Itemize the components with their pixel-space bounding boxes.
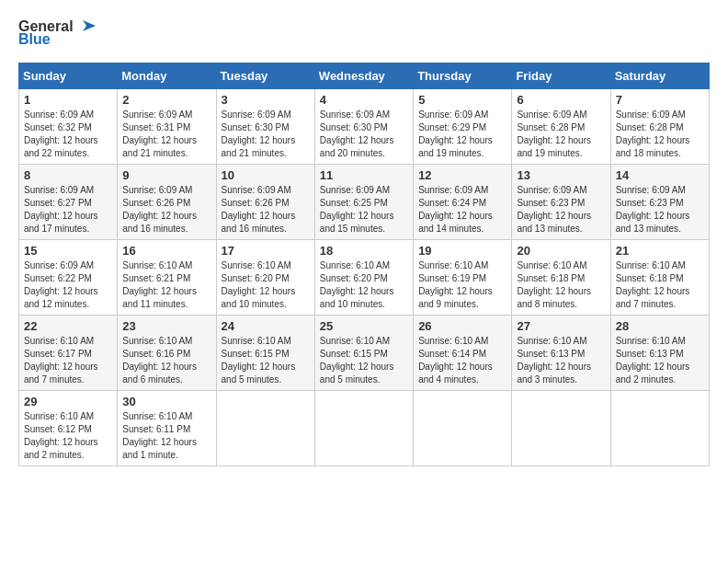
calendar-cell: 4 Sunrise: 6:09 AM Sunset: 6:30 PM Dayli… [314, 89, 413, 165]
sunrise: Sunrise: 6:09 AM [222, 185, 291, 195]
daylight: Daylight: 12 hours and 4 minutes. [418, 362, 493, 385]
sunrise: Sunrise: 6:09 AM [517, 109, 586, 120]
day-number: 29 [24, 395, 112, 408]
sunset: Sunset: 6:32 PM [24, 122, 92, 132]
daylight: Daylight: 12 hours and 19 minutes. [517, 135, 591, 158]
daylight: Daylight: 12 hours and 21 minutes. [222, 135, 296, 158]
sunrise: Sunrise: 6:10 AM [616, 260, 686, 270]
sunrise: Sunrise: 6:10 AM [222, 260, 291, 270]
calendar-cell [610, 391, 709, 466]
calendar-cell: 12 Sunrise: 6:09 AM Sunset: 6:24 PM Dayl… [414, 165, 512, 240]
sunset: Sunset: 6:17 PM [24, 349, 92, 359]
daylight: Daylight: 12 hours and 17 minutes. [24, 211, 98, 234]
sunset: Sunset: 6:26 PM [222, 198, 290, 208]
calendar-week-5: 29 Sunrise: 6:10 AM Sunset: 6:12 PM Dayl… [19, 391, 710, 466]
calendar-cell: 29 Sunrise: 6:10 AM Sunset: 6:12 PM Dayl… [19, 391, 118, 466]
calendar-cell: 11 Sunrise: 6:09 AM Sunset: 6:25 PM Dayl… [314, 165, 413, 240]
day-number: 15 [24, 244, 112, 258]
sunrise: Sunrise: 6:09 AM [122, 109, 192, 120]
calendar-cell: 26 Sunrise: 6:10 AM Sunset: 6:14 PM Dayl… [414, 316, 512, 391]
day-info: Sunrise: 6:09 AM Sunset: 6:32 PM Dayligh… [24, 109, 112, 160]
sunrise: Sunrise: 6:09 AM [24, 109, 94, 120]
daylight: Daylight: 12 hours and 16 minutes. [122, 211, 197, 234]
sunrise: Sunrise: 6:09 AM [320, 109, 390, 120]
sunset: Sunset: 6:22 PM [24, 273, 92, 283]
sunrise: Sunrise: 6:10 AM [616, 336, 686, 346]
daylight: Daylight: 12 hours and 22 minutes. [24, 135, 98, 158]
sunrise: Sunrise: 6:10 AM [320, 336, 390, 346]
daylight: Daylight: 12 hours and 11 minutes. [122, 286, 197, 309]
day-number: 16 [122, 244, 210, 258]
calendar-cell: 20 Sunrise: 6:10 AM Sunset: 6:18 PM Dayl… [512, 240, 610, 316]
sunrise: Sunrise: 6:10 AM [24, 336, 94, 346]
sunset: Sunset: 6:26 PM [122, 198, 190, 208]
daylight: Daylight: 12 hours and 2 minutes. [24, 437, 98, 460]
sunset: Sunset: 6:28 PM [517, 122, 585, 132]
sunset: Sunset: 6:19 PM [418, 273, 486, 283]
calendar-cell: 19 Sunrise: 6:10 AM Sunset: 6:19 PM Dayl… [414, 240, 512, 316]
sunset: Sunset: 6:11 PM [122, 424, 190, 434]
sunset: Sunset: 6:23 PM [517, 198, 585, 208]
sunset: Sunset: 6:12 PM [24, 424, 92, 434]
daylight: Daylight: 12 hours and 3 minutes. [517, 362, 591, 385]
day-number: 18 [320, 244, 408, 258]
logo: General Blue [18, 18, 96, 48]
logo-blue: Blue [18, 31, 51, 48]
sunset: Sunset: 6:20 PM [222, 273, 290, 283]
day-info: Sunrise: 6:09 AM Sunset: 6:29 PM Dayligh… [418, 109, 506, 160]
calendar-cell: 16 Sunrise: 6:10 AM Sunset: 6:21 PM Dayl… [118, 240, 216, 316]
daylight: Daylight: 12 hours and 20 minutes. [320, 135, 394, 158]
sunrise: Sunrise: 6:09 AM [616, 185, 686, 195]
day-info: Sunrise: 6:09 AM Sunset: 6:28 PM Dayligh… [616, 109, 704, 160]
sunrise: Sunrise: 6:10 AM [222, 336, 291, 346]
day-info: Sunrise: 6:09 AM Sunset: 6:26 PM Dayligh… [222, 184, 310, 236]
sunrise: Sunrise: 6:10 AM [517, 336, 586, 346]
day-info: Sunrise: 6:09 AM Sunset: 6:31 PM Dayligh… [122, 109, 210, 160]
calendar-table: SundayMondayTuesdayWednesdayThursdayFrid… [18, 63, 710, 466]
day-number: 21 [616, 244, 704, 258]
calendar-cell: 5 Sunrise: 6:09 AM Sunset: 6:29 PM Dayli… [414, 89, 512, 165]
daylight: Daylight: 12 hours and 5 minutes. [222, 362, 296, 385]
daylight: Daylight: 12 hours and 15 minutes. [320, 211, 394, 234]
logo-bird-icon [75, 18, 96, 35]
sunrise: Sunrise: 6:09 AM [517, 185, 586, 195]
day-info: Sunrise: 6:09 AM Sunset: 6:23 PM Dayligh… [517, 184, 605, 236]
sunset: Sunset: 6:24 PM [418, 198, 486, 208]
sunrise: Sunrise: 6:09 AM [24, 260, 94, 270]
calendar-cell: 6 Sunrise: 6:09 AM Sunset: 6:28 PM Dayli… [512, 89, 610, 165]
day-info: Sunrise: 6:09 AM Sunset: 6:22 PM Dayligh… [24, 259, 112, 311]
day-number: 30 [122, 395, 210, 408]
sunrise: Sunrise: 6:10 AM [418, 336, 488, 346]
calendar-week-1: 1 Sunrise: 6:09 AM Sunset: 6:32 PM Dayli… [19, 89, 710, 165]
day-number: 20 [517, 244, 605, 258]
weekday-header-saturday: Saturday [610, 63, 709, 89]
day-number: 10 [222, 168, 310, 182]
sunset: Sunset: 6:21 PM [122, 273, 190, 283]
sunrise: Sunrise: 6:10 AM [517, 260, 586, 270]
daylight: Daylight: 12 hours and 16 minutes. [222, 211, 296, 234]
sunrise: Sunrise: 6:10 AM [418, 260, 488, 270]
calendar-cell: 25 Sunrise: 6:10 AM Sunset: 6:15 PM Dayl… [314, 316, 413, 391]
sunset: Sunset: 6:18 PM [517, 273, 585, 283]
sunset: Sunset: 6:15 PM [222, 349, 290, 359]
calendar-cell: 14 Sunrise: 6:09 AM Sunset: 6:23 PM Dayl… [610, 165, 709, 240]
daylight: Daylight: 12 hours and 6 minutes. [122, 362, 197, 385]
day-number: 17 [222, 244, 310, 258]
day-number: 22 [24, 319, 112, 333]
day-number: 5 [418, 93, 506, 107]
svg-marker-0 [83, 20, 96, 31]
calendar-cell: 15 Sunrise: 6:09 AM Sunset: 6:22 PM Dayl… [19, 240, 118, 316]
daylight: Daylight: 12 hours and 2 minutes. [616, 362, 690, 385]
sunrise: Sunrise: 6:10 AM [122, 260, 192, 270]
day-info: Sunrise: 6:09 AM Sunset: 6:28 PM Dayligh… [517, 109, 605, 160]
day-number: 12 [418, 168, 506, 182]
calendar-cell: 1 Sunrise: 6:09 AM Sunset: 6:32 PM Dayli… [19, 89, 118, 165]
day-info: Sunrise: 6:10 AM Sunset: 6:18 PM Dayligh… [517, 259, 605, 311]
daylight: Daylight: 12 hours and 14 minutes. [418, 211, 493, 234]
sunrise: Sunrise: 6:09 AM [122, 185, 192, 195]
logo-container: General Blue [18, 18, 96, 48]
day-info: Sunrise: 6:10 AM Sunset: 6:17 PM Dayligh… [24, 335, 112, 386]
day-info: Sunrise: 6:09 AM Sunset: 6:24 PM Dayligh… [418, 184, 506, 236]
day-info: Sunrise: 6:09 AM Sunset: 6:30 PM Dayligh… [320, 109, 408, 160]
calendar-cell: 2 Sunrise: 6:09 AM Sunset: 6:31 PM Dayli… [118, 89, 216, 165]
